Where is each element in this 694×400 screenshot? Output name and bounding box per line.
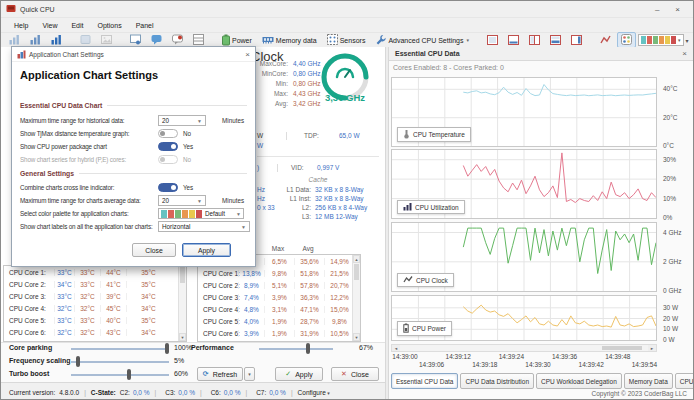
legend-cpu-temperature[interactable]: CPU Temperature xyxy=(397,127,471,142)
setting-unit: Minutes xyxy=(222,197,244,204)
panel-close-icon[interactable]: × xyxy=(682,49,687,58)
menu-panel[interactable]: Panel xyxy=(129,22,161,29)
toggle-switch[interactable] xyxy=(158,183,178,192)
layout-bottom-icon[interactable] xyxy=(504,33,523,48)
setting-combine-charts-cross-line-indicator-: Combine charts cross line indicator:Yes xyxy=(20,182,247,194)
palette-dropdown[interactable]: Default▼ xyxy=(158,208,244,219)
bubble-red-icon xyxy=(172,34,183,46)
turbo-boost-value: 60% xyxy=(174,370,188,377)
table-row[interactable]: CPU Core 5:33°C33°C40°C35°C xyxy=(4,314,178,326)
slider-thumb[interactable] xyxy=(127,369,131,380)
chart-horizontal-scrollbar[interactable]: ◄► xyxy=(391,344,657,352)
toolbar-overflow-chevron[interactable]: ▾ xyxy=(686,37,691,44)
slider-thumb[interactable] xyxy=(165,343,169,354)
setting-dropdown[interactable]: Horizontal▼ xyxy=(158,221,250,232)
tab-essential-cpu-data[interactable]: Essential CPU Data xyxy=(391,373,458,389)
toggle-switch[interactable] xyxy=(158,129,178,138)
tab-memory-data[interactable]: Memory Data xyxy=(624,373,673,389)
toggle-switch[interactable] xyxy=(158,142,178,151)
y-axis-label: 0 GHz xyxy=(663,287,694,294)
cstate-value: 0,0 % xyxy=(178,389,195,396)
menu-options[interactable]: Options xyxy=(91,22,129,29)
legend-cpu-power[interactable]: CPU Power xyxy=(397,321,452,336)
minimize-button[interactable]: – xyxy=(655,5,659,14)
scroll-down-icon[interactable]: ▼ xyxy=(179,333,186,341)
setting-dropdown[interactable]: 20▼ xyxy=(158,115,206,126)
cache-row-value: 256 KB x 8 4-Way xyxy=(315,204,367,211)
clock-stat-value: 0,80 GHz xyxy=(293,80,320,87)
tab-cpu-data-distribution[interactable]: CPU Data Distribution xyxy=(460,373,534,389)
apply-button[interactable]: ✓Apply xyxy=(275,367,323,381)
vertical-scrollbar[interactable]: ▼ xyxy=(178,266,186,341)
refresh-dropdown[interactable]: ▾ xyxy=(244,367,255,381)
layout-sidebar-icon[interactable] xyxy=(567,33,586,48)
speech-bubble-icon xyxy=(151,34,162,46)
table-row[interactable]: CPU Core 1:13,8%9,8%51,8%21,5% xyxy=(198,267,352,279)
chart-line-icon[interactable] xyxy=(596,32,615,48)
quick-cpu-window: Quick CPU – × HelpViewEditOptionsPanel P… xyxy=(0,0,694,400)
palette-selector[interactable]: ▾ xyxy=(638,34,684,46)
core-parking-label: Core parking xyxy=(9,344,52,351)
chart-cpu-utilization[interactable]: CPU Utilization xyxy=(391,149,657,219)
chart-cpu-power[interactable]: CPU Power xyxy=(391,295,657,341)
table-row[interactable]: CPU Core 3:33°C32°C39°C34°C xyxy=(4,290,178,302)
table-row[interactable]: CPU Core 2:8,9%5,1%57,8%20,7% xyxy=(198,279,352,291)
dialog-icon xyxy=(17,50,26,59)
dialog-apply-button[interactable]: Apply xyxy=(182,243,231,257)
memory-data-button[interactable]: Memory data xyxy=(258,33,321,48)
layout-rows-icon[interactable] xyxy=(546,33,565,48)
toolbar: PowerMemory dataSensorsAdvanced CPU Sett… xyxy=(1,32,693,47)
section-general-settings: General Settings xyxy=(20,170,247,177)
chart-cpu-clock[interactable]: CPU Clock xyxy=(391,222,657,292)
toggle-switch[interactable] xyxy=(158,155,178,164)
table-row[interactable]: CPU Core 2:34°C33°C41°C35°C xyxy=(4,278,178,290)
close-button[interactable]: × xyxy=(675,5,680,14)
legend-cpu-clock[interactable]: CPU Clock xyxy=(397,273,454,287)
setting-dropdown[interactable]: 20▼ xyxy=(158,195,206,206)
scroll-up-icon[interactable]: ▲ xyxy=(353,255,360,263)
menu-view[interactable]: View xyxy=(35,22,64,29)
slider-thumb[interactable] xyxy=(306,343,310,354)
vertical-scrollbar[interactable]: ▲▼ xyxy=(352,255,360,341)
copyright-text: Copyright © 2023 CoderBag LLC xyxy=(592,390,688,397)
table-row[interactable]: CPU Core 1:33°C33°C44°C35°C xyxy=(4,266,178,278)
performance-slider[interactable] xyxy=(259,348,333,350)
palette-icon[interactable] xyxy=(617,32,636,48)
layout-columns-icon[interactable] xyxy=(525,33,544,48)
legend-cpu-utilization[interactable]: CPU Utilization xyxy=(397,200,465,214)
tab-cpu-workload-delegation[interactable]: CPU Workload Delegation xyxy=(536,373,622,389)
menu-help[interactable]: Help xyxy=(7,22,35,29)
close-button-main[interactable]: ✕Close xyxy=(331,367,379,381)
scroll-down-icon[interactable]: ▼ xyxy=(353,333,360,341)
cstate-label: C-State: xyxy=(91,389,116,396)
turbo-boost-slider[interactable] xyxy=(71,374,169,376)
table-row[interactable]: CPU Core 6:3,9%1,9%31,9%10,5% xyxy=(198,327,352,339)
dialog-close-icon[interactable]: × xyxy=(245,50,250,59)
scrollbar-thumb[interactable] xyxy=(354,264,359,280)
layout-single-icon[interactable] xyxy=(483,33,502,48)
cell-value: 4,0% xyxy=(238,318,264,325)
refresh-button[interactable]: ⟳Refresh xyxy=(197,367,243,381)
partial-text-fragment: Hz xyxy=(257,186,265,193)
slider-thumb[interactable] xyxy=(76,356,80,367)
cache-row-value: 32 KB x 8 8-Way xyxy=(315,195,364,202)
menu-edit[interactable]: Edit xyxy=(64,22,90,29)
configure-dropdown[interactable]: Configure ▾ xyxy=(298,389,330,396)
chart-cpu-temperature[interactable]: CPU Temperature xyxy=(391,77,657,147)
table-row[interactable]: CPU Core 5:4,0%1,9%28,7%9,8% xyxy=(198,315,352,327)
legend-label: CPU Utilization xyxy=(415,204,459,211)
frequency-scaling-slider[interactable] xyxy=(71,361,169,363)
toolbar-button-label: Advanced CPU Settings xyxy=(388,37,463,44)
advanced-cpu-settings-button[interactable]: Advanced CPU Settings▾ xyxy=(371,32,473,48)
status-bar: Current version:4.8.0.0|C-State:C2:0,0 %… xyxy=(1,382,385,400)
table-row[interactable]: CPU Core 3:7,4%3,9%36,3%12,2% xyxy=(198,291,352,303)
tab-cpu-core-parking[interactable]: CPU Core Parking xyxy=(675,373,694,389)
cache-row-label: L2: xyxy=(267,204,311,211)
table-row[interactable]: CPU Core 6:32°C32°C43°C34°C xyxy=(4,326,178,338)
table-row[interactable]: CPU Core 4:32°C32°C45°C34°C xyxy=(4,302,178,314)
sensors-button[interactable]: Sensors xyxy=(323,32,370,48)
table-row[interactable]: CPU Core 4:4,8%3,1%47,1%15,0% xyxy=(198,303,352,315)
dialog-close-button[interactable]: Close xyxy=(132,243,176,257)
scrollbar-thumb[interactable] xyxy=(180,267,185,283)
core-parking-slider[interactable] xyxy=(71,348,169,350)
